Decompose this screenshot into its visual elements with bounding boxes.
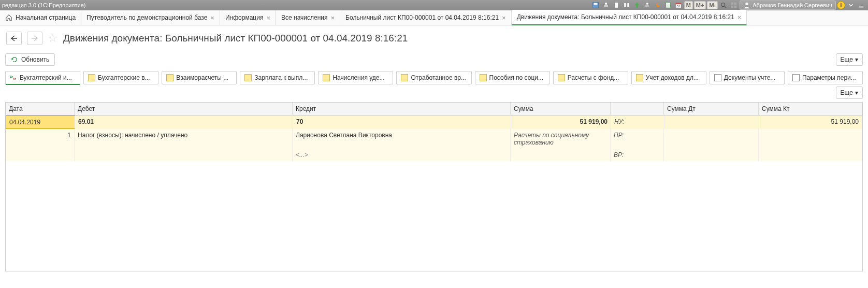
svg-rect-18 <box>731 6 733 8</box>
tab-accruals[interactable]: Все начисления × <box>276 10 340 25</box>
printer2-icon[interactable] <box>643 1 652 9</box>
nav-back-button[interactable] <box>6 32 22 45</box>
save-icon[interactable] <box>591 1 600 9</box>
subtab-benefits[interactable]: Пособия по соци... <box>475 71 550 84</box>
subtab-income[interactable]: Учет доходов дл... <box>631 71 706 84</box>
svg-text:31: 31 <box>676 4 680 8</box>
subtab-accounting[interactable]: ДтКт Бухгалтерский и... <box>5 71 80 85</box>
register-icon <box>558 74 565 81</box>
arrow-right-icon <box>31 35 38 41</box>
svg-point-14 <box>721 3 725 7</box>
tab-label: Путеводитель по демонстрационной базе <box>86 14 207 21</box>
col-date[interactable]: Дата <box>6 103 75 115</box>
cell-debit-desc: Налог (взносы): начислено / уплачено <box>75 129 293 149</box>
memory-mminus[interactable]: M- <box>707 1 718 9</box>
tab-home[interactable]: Начальная страница <box>0 10 81 25</box>
posting-row-detail[interactable]: 1 Налог (взносы): начислено / уплачено Л… <box>6 129 862 149</box>
grid-icon <box>714 74 721 81</box>
dropdown-icon[interactable] <box>846 1 856 9</box>
minimize-icon[interactable] <box>857 1 866 9</box>
cell-sumkt: 51 919,00 <box>759 116 862 129</box>
cell-date[interactable]: 04.04.2019 <box>6 116 75 129</box>
cell-empty <box>511 149 611 161</box>
subtab-docs[interactable]: Документы учте... <box>710 71 785 84</box>
svg-rect-19 <box>734 6 736 8</box>
calculator-icon[interactable] <box>663 1 673 9</box>
subtab-bukh[interactable]: Бухгалтерские в... <box>83 71 158 84</box>
app-titlebar: редакция 3.0 (1С:Предприятие) 31 M M+ M-… <box>0 0 868 10</box>
main-tabbar: Начальная страница Путеводитель по демон… <box>0 10 868 25</box>
subtab-label: Параметры пери... <box>802 74 856 81</box>
register-tabbar: ДтКт Бухгалтерский и... Бухгалтерские в.… <box>0 71 868 84</box>
subtab-params[interactable]: Параметры пери... <box>788 71 863 84</box>
subtab-label: Расчеты с фонд... <box>568 74 619 81</box>
col-debit[interactable]: Дебет <box>75 103 293 115</box>
link-icon[interactable] <box>653 1 662 9</box>
cell-empty <box>75 149 293 161</box>
subtab-settlements[interactable]: Взаиморасчеты ... <box>162 71 237 84</box>
cell-credit-desc: Ларионова Светлана Викторовна <box>293 129 511 149</box>
col-sumdt[interactable]: Сумма Дт <box>664 103 759 115</box>
close-icon[interactable]: × <box>502 14 506 22</box>
posting-row-extra[interactable]: <...> ВР: <box>6 149 862 161</box>
close-icon[interactable]: × <box>331 14 335 22</box>
nav-forward-button[interactable] <box>27 32 42 45</box>
more-button-top[interactable]: Еще ▾ <box>836 53 863 66</box>
chevron-down-icon: ▾ <box>855 56 858 63</box>
tab-sicklist[interactable]: Больничный лист КП00-000001 от 04.04.201… <box>340 10 512 25</box>
svg-rect-5 <box>624 3 626 8</box>
page-header: ☆ Движения документа: Больничный лист КП… <box>0 25 868 50</box>
memory-m[interactable]: M <box>684 1 693 9</box>
tab-guide[interactable]: Путеводитель по демонстрационной базе × <box>81 10 220 25</box>
tab-doc-movements[interactable]: Движения документа: Больничный лист КП00… <box>512 10 747 25</box>
close-icon[interactable]: × <box>737 13 742 21</box>
register-icon <box>244 74 252 81</box>
cell-sumdt <box>664 116 759 129</box>
cell-empty <box>664 149 759 161</box>
subtab-label: Бухгалтерский и... <box>20 74 72 81</box>
windows-icon[interactable] <box>729 1 739 9</box>
refresh-button[interactable]: Обновить <box>5 53 55 66</box>
tab-label: Больничный лист КП00-000001 от 04.04.201… <box>345 14 499 21</box>
col-sum[interactable]: Сумма <box>511 103 611 115</box>
app-title: редакция 3.0 (1С:Предприятие) <box>2 2 85 8</box>
current-user[interactable]: Абрамов Геннадий Сергеевич <box>740 1 836 10</box>
refresh-icon <box>11 56 18 63</box>
memory-mplus[interactable]: M+ <box>694 1 706 9</box>
posting-row[interactable]: 04.04.2019 69.01 70 51 919,00 НУ: 51 919… <box>6 116 862 129</box>
postings-grid: Дата Дебет Кредит Сумма Сумма Дт Сумма К… <box>5 102 863 271</box>
subtab-label: Отработанное вр... <box>411 74 466 81</box>
compare-icon[interactable] <box>622 1 631 9</box>
calendar-icon[interactable]: 31 <box>674 1 683 9</box>
print-icon[interactable] <box>601 1 611 9</box>
svg-text:Кт: Кт <box>13 77 16 80</box>
close-icon[interactable]: × <box>266 14 270 22</box>
col-blank <box>611 103 664 115</box>
subtab-funds[interactable]: Расчеты с фонд... <box>553 71 628 84</box>
subtab-label: Пособия по соци... <box>489 74 543 81</box>
tab-info[interactable]: Информация × <box>220 10 276 25</box>
col-sumkt[interactable]: Сумма Кт <box>759 103 862 115</box>
subtab-worked[interactable]: Отработанное вр... <box>396 71 471 84</box>
more-label: Еще <box>841 89 853 96</box>
col-credit[interactable]: Кредит <box>293 103 511 115</box>
cell-empty <box>6 149 75 161</box>
subtab-salary[interactable]: Зарплата к выпл... <box>240 71 315 84</box>
more-button-grid[interactable]: Еще ▾ <box>836 87 863 99</box>
svg-rect-10 <box>666 3 670 5</box>
subtab-label: Документы учте... <box>724 74 775 81</box>
tab-label: Движения документа: Больничный лист КП00… <box>517 13 734 21</box>
info-icon[interactable]: i <box>837 1 845 9</box>
register-icon <box>401 74 408 81</box>
svg-rect-17 <box>734 3 736 5</box>
arrow-up-green-icon[interactable] <box>632 1 642 9</box>
user-icon <box>743 2 750 9</box>
favorite-star-icon[interactable]: ☆ <box>48 32 58 45</box>
subtab-accruals[interactable]: Начисления уде... <box>318 71 393 84</box>
subtab-label: Начисления уде... <box>332 74 384 81</box>
zoom-icon[interactable] <box>719 1 728 9</box>
close-icon[interactable]: × <box>210 14 214 22</box>
cell-label-pr: ПР: <box>611 129 664 149</box>
chevron-down-icon: ▾ <box>855 89 858 96</box>
doc-icon[interactable] <box>612 1 621 9</box>
